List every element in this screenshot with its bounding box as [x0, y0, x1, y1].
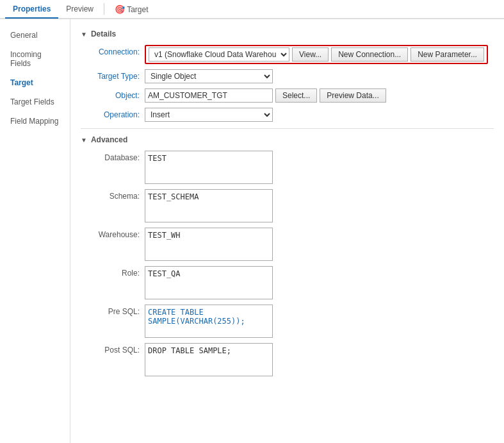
pre-sql-row: Pre SQL: CREATE TABLE SAMPLE(VARCHAR(255…	[81, 305, 494, 338]
pre-sql-controls: CREATE TABLE SAMPLE(VARCHAR(255));	[145, 305, 494, 338]
post-sql-label: Post SQL:	[81, 343, 145, 355]
database-textarea[interactable]: TEST	[145, 151, 273, 184]
sidebar-item-target[interactable]: Target	[0, 73, 70, 92]
select-button[interactable]: Select...	[275, 88, 317, 103]
pre-sql-label: Pre SQL:	[81, 305, 145, 316]
database-label: Database:	[81, 151, 145, 162]
object-label: Object:	[81, 88, 145, 100]
sidebar-item-incoming-fields[interactable]: Incoming Fields	[0, 45, 70, 73]
main-layout: General Incoming Fields Target Target Fi…	[0, 19, 504, 443]
warehouse-row: Warehouse: TEST_WH	[81, 228, 494, 261]
schema-row: Schema: TEST_SCHEMA	[81, 189, 494, 222]
target-tab-icon: 🎯	[115, 4, 125, 14]
sidebar: General Incoming Fields Target Target Fi…	[0, 19, 70, 443]
new-parameter-button[interactable]: New Parameter...	[411, 47, 484, 62]
advanced-arrow-icon: ▼	[81, 137, 87, 144]
role-controls: TEST_QA	[145, 266, 494, 299]
warehouse-textarea[interactable]: TEST_WH	[145, 228, 273, 261]
role-label: Role:	[81, 266, 145, 278]
tab-target-label: Target	[127, 5, 148, 14]
warehouse-controls: TEST_WH	[145, 228, 494, 261]
tab-preview[interactable]: Preview	[58, 1, 101, 19]
object-row: Object: Select... Preview Data...	[81, 88, 494, 103]
role-textarea[interactable]: TEST_QA	[145, 266, 273, 299]
sidebar-item-general[interactable]: General	[0, 26, 70, 45]
role-row: Role: TEST_QA	[81, 266, 494, 299]
object-input[interactable]	[145, 88, 273, 103]
details-arrow-icon: ▼	[81, 31, 87, 38]
sidebar-item-field-mapping[interactable]: Field Mapping	[0, 112, 70, 131]
post-sql-row: Post SQL: DROP TABLE SAMPLE;	[81, 343, 494, 376]
view-button[interactable]: View...	[292, 47, 329, 62]
schema-controls: TEST_SCHEMA	[145, 189, 494, 222]
operation-select[interactable]: Insert	[145, 108, 273, 122]
schema-textarea[interactable]: TEST_SCHEMA	[145, 189, 273, 222]
object-controls: Select... Preview Data...	[145, 88, 494, 103]
operation-row: Operation: Insert	[81, 108, 494, 122]
details-section-title: Details	[91, 29, 116, 38]
connection-select[interactable]: v1 (Snowflake Cloud Data Warehouse)	[149, 47, 289, 62]
target-type-row: Target Type: Single Object	[81, 69, 494, 83]
tab-bar: Properties Preview 🎯 Target	[0, 0, 504, 19]
connection-row: Connection: v1 (Snowflake Cloud Data War…	[81, 45, 494, 64]
advanced-section-header: ▼ Advanced	[81, 135, 494, 144]
operation-controls: Insert	[145, 108, 494, 122]
target-type-label: Target Type:	[81, 69, 145, 81]
tab-target[interactable]: 🎯 Target	[107, 1, 156, 19]
advanced-section-title: Advanced	[91, 135, 127, 144]
target-type-controls: Single Object	[145, 69, 494, 83]
post-sql-textarea[interactable]: DROP TABLE SAMPLE;	[145, 343, 273, 376]
post-sql-controls: DROP TABLE SAMPLE;	[145, 343, 494, 376]
target-type-select[interactable]: Single Object	[145, 69, 273, 83]
warehouse-label: Warehouse:	[81, 228, 145, 239]
connection-wrapper: v1 (Snowflake Cloud Data Warehouse) View…	[145, 45, 488, 64]
pre-sql-textarea[interactable]: CREATE TABLE SAMPLE(VARCHAR(255));	[145, 305, 273, 338]
tab-properties[interactable]: Properties	[5, 1, 58, 19]
details-section-header: ▼ Details	[81, 29, 494, 38]
tab-divider	[104, 3, 104, 15]
section-divider	[81, 128, 494, 129]
database-row: Database: TEST	[81, 151, 494, 184]
connection-label: Connection:	[81, 45, 145, 56]
content-area: ▼ Details Connection: v1 (Snowflake Clou…	[70, 19, 504, 443]
sidebar-item-target-fields[interactable]: Target Fields	[0, 92, 70, 112]
operation-label: Operation:	[81, 108, 145, 119]
new-connection-button[interactable]: New Connection...	[331, 47, 408, 62]
database-controls: TEST	[145, 151, 494, 184]
schema-label: Schema:	[81, 189, 145, 201]
preview-data-button[interactable]: Preview Data...	[320, 88, 386, 103]
